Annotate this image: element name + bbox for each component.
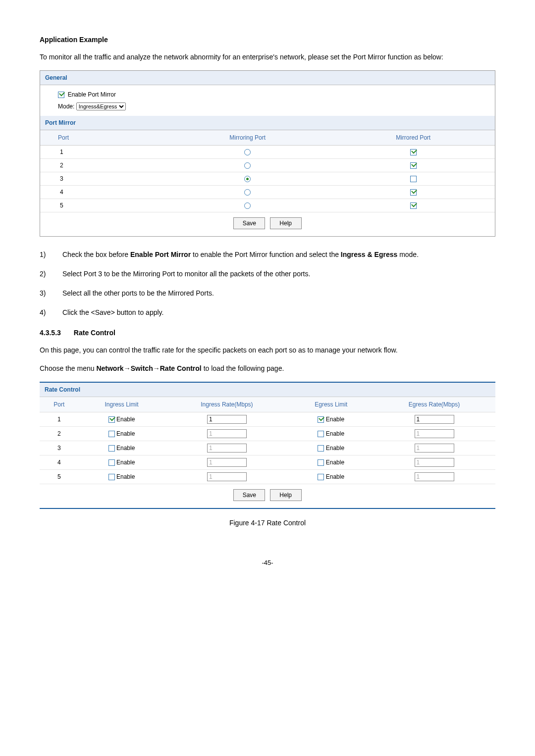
figure-caption: Figure 4-17 Rate Control: [40, 518, 495, 528]
egress-limit-checkbox[interactable]: [318, 474, 324, 480]
cell-port: 4: [40, 186, 163, 199]
cell-port: 2: [40, 427, 79, 441]
egress-limit-checkbox[interactable]: [318, 459, 324, 466]
ingress-limit-checkbox[interactable]: [108, 445, 115, 452]
egress-rate-input[interactable]: [415, 458, 454, 467]
th-mirrored: Mirrored Port: [331, 130, 495, 146]
rc-th-egress-limit: Egress Limit: [289, 397, 373, 412]
mirroring-port-radio[interactable]: [244, 162, 251, 169]
table-row: 1: [40, 146, 495, 159]
mirrored-port-checkbox[interactable]: [410, 189, 417, 196]
egress-rate-input[interactable]: [415, 429, 454, 438]
enable-label: Enable: [116, 416, 135, 423]
egress-rate-input[interactable]: [415, 444, 454, 453]
mirroring-port-radio[interactable]: [244, 189, 251, 196]
enable-label: Enable: [326, 430, 344, 437]
egress-rate-input[interactable]: [415, 415, 454, 424]
mirroring-port-radio[interactable]: [244, 149, 251, 155]
intro-paragraph: To monitor all the traffic and analyze t…: [40, 52, 495, 62]
rate-control-menu-path: Choose the menu Network→Switch→Rate Cont…: [40, 363, 495, 374]
enable-label: Enable: [326, 445, 344, 452]
page-number: -45-: [40, 558, 495, 568]
enable-label: Enable: [116, 473, 135, 480]
port-mirror-config-panel: General Enable Port Mirror Mode: Ingress…: [40, 70, 495, 237]
table-row: 2 Enable Enable: [40, 427, 495, 441]
ingress-limit-checkbox[interactable]: [108, 416, 115, 423]
step-number: 1): [40, 250, 62, 260]
table-row: 4 Enable Enable: [40, 455, 495, 470]
step-text: Select all the other ports to be the Mir…: [62, 288, 495, 299]
egress-limit-checkbox[interactable]: [318, 445, 324, 452]
mirroring-port-radio[interactable]: [244, 176, 251, 182]
rate-control-intro: On this page, you can control the traffi…: [40, 345, 495, 355]
enable-label: Enable: [326, 416, 344, 423]
rate-control-title: Rate Control: [40, 383, 495, 397]
table-row: 1 Enable Enable: [40, 412, 495, 427]
egress-limit-checkbox[interactable]: [318, 431, 324, 437]
ingress-rate-input[interactable]: [207, 444, 247, 453]
enable-label: Enable: [326, 459, 344, 466]
ingress-limit-checkbox[interactable]: [108, 474, 115, 480]
rate-control-table: Port Ingress Limit Ingress Rate(Mbps) Eg…: [40, 397, 495, 484]
step-text: Check the box before Enable Port Mirror …: [62, 250, 495, 260]
th-port: Port: [40, 130, 163, 146]
ingress-limit-checkbox[interactable]: [108, 459, 115, 466]
cell-port: 5: [40, 470, 79, 484]
step-text: Select Port 3 to be the Mirroring Port t…: [62, 269, 495, 279]
rc-help-button[interactable]: Help: [270, 489, 302, 501]
ingress-limit-checkbox[interactable]: [108, 431, 115, 437]
save-button[interactable]: Save: [233, 217, 265, 229]
port-mirror-table: Port Mirroring Port Mirrored Port 12345: [40, 130, 495, 212]
cell-port: 3: [40, 441, 79, 455]
heading-rate-control: 4.3.5.3Rate Control: [40, 328, 495, 338]
ingress-rate-input[interactable]: [207, 472, 247, 481]
mirrored-port-checkbox[interactable]: [410, 149, 417, 155]
egress-rate-input[interactable]: [415, 472, 454, 481]
mirrored-port-checkbox[interactable]: [410, 162, 417, 169]
cell-port: 3: [40, 172, 163, 186]
table-row: 5 Enable Enable: [40, 470, 495, 484]
rc-th-ingress-rate: Ingress Rate(Mbps): [164, 397, 289, 412]
table-row: 3 Enable Enable: [40, 441, 495, 455]
cell-port: 1: [40, 412, 79, 427]
general-title: General: [40, 71, 495, 85]
rc-save-button[interactable]: Save: [233, 489, 265, 501]
table-row: 2: [40, 159, 495, 172]
rc-th-ingress-limit: Ingress Limit: [79, 397, 165, 412]
enable-label: Enable: [326, 473, 344, 480]
mirrored-port-checkbox[interactable]: [410, 202, 417, 209]
heading-application-example: Application Example: [40, 35, 495, 45]
rc-th-port: Port: [40, 397, 79, 412]
cell-port: 2: [40, 159, 163, 172]
egress-limit-checkbox[interactable]: [318, 416, 324, 423]
enable-label: Enable: [116, 430, 135, 437]
cell-port: 5: [40, 199, 163, 212]
table-row: 5: [40, 199, 495, 212]
ingress-rate-input[interactable]: [207, 415, 247, 424]
table-row: 3: [40, 172, 495, 186]
enable-label: Enable: [116, 459, 135, 466]
enable-label: Enable: [116, 445, 135, 452]
enable-port-mirror-checkbox[interactable]: [58, 92, 64, 98]
mirroring-port-radio[interactable]: [244, 202, 251, 209]
rate-control-panel: Rate Control Port Ingress Limit Ingress …: [40, 382, 495, 509]
mirrored-port-checkbox[interactable]: [410, 176, 417, 182]
step-text: Click the <Save> button to apply.: [62, 307, 495, 318]
ingress-rate-input[interactable]: [207, 429, 247, 438]
step-number: 3): [40, 288, 62, 299]
step-number: 4): [40, 307, 62, 318]
table-row: 4: [40, 186, 495, 199]
th-mirroring: Mirroring Port: [163, 130, 331, 146]
enable-port-mirror-row: Enable Port Mirror: [58, 91, 116, 98]
rc-th-egress-rate: Egress Rate(Mbps): [373, 397, 495, 412]
step-number: 2): [40, 269, 62, 279]
cell-port: 1: [40, 146, 163, 159]
mode-select[interactable]: Ingress&Egress: [76, 102, 126, 110]
ingress-rate-input[interactable]: [207, 458, 247, 467]
enable-port-mirror-label: Enable Port Mirror: [68, 91, 116, 98]
cell-port: 4: [40, 455, 79, 470]
mode-label: Mode:: [58, 103, 74, 110]
port-mirror-title: Port Mirror: [40, 116, 495, 130]
help-button[interactable]: Help: [270, 217, 302, 229]
